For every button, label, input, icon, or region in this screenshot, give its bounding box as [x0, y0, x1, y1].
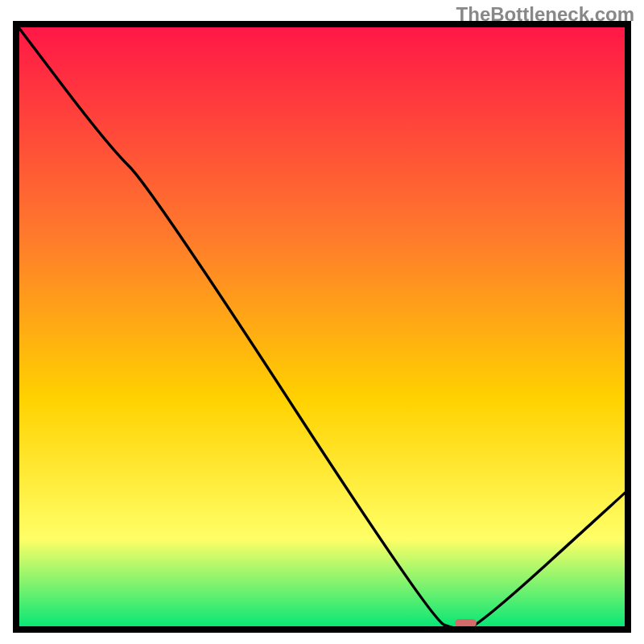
watermark-text: TheBottleneck.com [456, 3, 634, 26]
bottleneck-chart [0, 0, 644, 644]
optimal-marker [455, 619, 477, 627]
gradient-background [16, 24, 628, 630]
